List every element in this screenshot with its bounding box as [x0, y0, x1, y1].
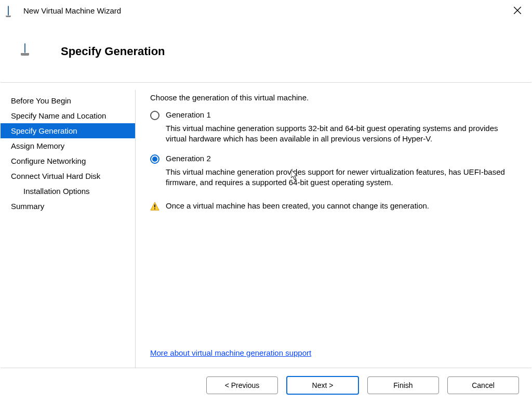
generation-label-2[interactable]: Generation 2: [166, 154, 211, 163]
generation-option-1: Generation 1: [150, 110, 517, 120]
previous-button[interactable]: < Previous: [206, 376, 278, 394]
titlebar: New Virtual Machine Wizard: [1, 1, 531, 21]
wizard-content: Choose the generation of this virtual ma…: [136, 90, 531, 368]
warning-row: Once a virtual machine has been created,…: [150, 201, 517, 211]
sidebar-step-1[interactable]: Specify Name and Location: [1, 108, 135, 123]
warning-icon: [150, 202, 159, 211]
generation-radio-2[interactable]: [150, 154, 159, 164]
monitor-icon: [24, 44, 43, 59]
wizard-steps-sidebar: Before You BeginSpecify Name and Locatio…: [1, 90, 136, 368]
app-icon: [8, 6, 18, 15]
generation-description-1: This virtual machine generation supports…: [166, 123, 517, 145]
sidebar-step-5[interactable]: Connect Virtual Hard Disk: [1, 168, 135, 184]
sidebar-step-6[interactable]: Installation Options: [1, 184, 135, 199]
generation-radio-1[interactable]: [150, 111, 159, 120]
window-title: New Virtual Machine Wizard: [23, 6, 506, 15]
sidebar-step-3[interactable]: Assign Memory: [1, 138, 135, 153]
more-about-generation-link[interactable]: More about virtual machine generation su…: [150, 348, 311, 357]
close-button[interactable]: [506, 2, 529, 19]
sidebar-step-7[interactable]: Summary: [1, 199, 135, 214]
svg-rect-4: [154, 209, 155, 210]
prompt-text: Choose the generation of this virtual ma…: [150, 93, 517, 102]
sidebar-step-0[interactable]: Before You Begin: [1, 93, 135, 108]
finish-button[interactable]: Finish: [367, 376, 439, 394]
wizard-footer: < Previous Next > Finish Cancel: [1, 368, 531, 402]
svg-rect-3: [154, 204, 155, 207]
sidebar-step-4[interactable]: Configure Networking: [1, 153, 135, 168]
sidebar-step-2[interactable]: Specify Generation: [1, 123, 135, 138]
warning-text: Once a virtual machine has been created,…: [166, 201, 429, 210]
wizard-window: New Virtual Machine Wizard Specify Gener…: [0, 0, 532, 403]
next-button[interactable]: Next >: [286, 376, 359, 395]
generation-description-2: This virtual machine generation provides…: [166, 167, 517, 188]
generation-option-2: Generation 2: [150, 154, 517, 164]
generation-label-1[interactable]: Generation 1: [166, 110, 211, 119]
wizard-body: Before You BeginSpecify Name and Locatio…: [1, 83, 531, 368]
page-heading: Specify Generation: [61, 45, 165, 58]
close-icon: [514, 7, 521, 14]
cancel-button[interactable]: Cancel: [447, 376, 519, 394]
page-banner: Specify Generation: [1, 21, 531, 83]
